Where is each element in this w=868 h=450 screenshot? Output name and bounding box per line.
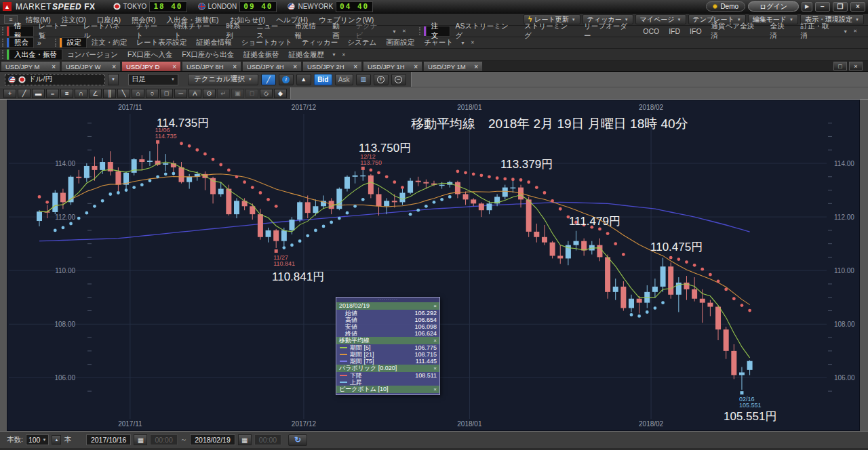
panel-section-close-icon[interactable]: ×: [433, 386, 437, 393]
multi-lines-tool[interactable]: ≡: [60, 89, 73, 98]
ribbon-item[interactable]: 証拠金履歴: [284, 49, 330, 60]
ribbon-item[interactable]: ティッカー: [297, 37, 342, 48]
gann-fan-tool[interactable]: ∠: [89, 89, 102, 98]
group-close-icon[interactable]: ✕: [339, 49, 349, 60]
close-button[interactable]: ×: [850, 2, 865, 12]
panel-section-header[interactable]: パラボリック [0.020]×: [336, 365, 439, 372]
tab-close-icon[interactable]: ×: [474, 64, 478, 70]
chart-tab-usd-jpy-1h[interactable]: USD/JPY 1H×: [363, 61, 422, 71]
chart-panel[interactable]: 114.00114.00112.00112.00110.00110.00108.…: [7, 100, 860, 431]
ribbon-item[interactable]: 通貨ペア全決済: [707, 26, 766, 37]
currency-pair-select[interactable]: ドル/円: [5, 74, 105, 85]
ruler-tool[interactable]: ▬: [32, 89, 45, 98]
tab-close-icon[interactable]: ×: [112, 64, 116, 70]
overflow-chevron-icon[interactable]: ▼: [389, 26, 399, 37]
calendar-to-button[interactable]: ▦: [238, 434, 252, 445]
horizontal-line-tool[interactable]: ─: [174, 89, 187, 98]
tab-close-icon[interactable]: ×: [293, 64, 297, 70]
zoom-in-button[interactable]: +: [374, 74, 389, 85]
tab-close-icon[interactable]: ×: [172, 64, 176, 70]
login-menu-button[interactable]: ▶: [802, 2, 812, 12]
ellipse-tool[interactable]: ○: [146, 89, 159, 98]
ribbon-item[interactable]: ショートカット: [237, 37, 297, 48]
date-to-field[interactable]: 2018/02/19: [190, 434, 235, 445]
ribbon-item[interactable]: OCO: [638, 26, 664, 37]
trendline-tool[interactable]: ╱: [18, 89, 31, 98]
technical-select-button[interactable]: テクニカル選択 ▼: [188, 74, 258, 85]
tab-close-icon[interactable]: ×: [353, 64, 357, 70]
reload-chart-button[interactable]: ↻: [288, 434, 307, 446]
panel-drag-handle[interactable]: ··········: [336, 298, 439, 302]
drag-handle-icon[interactable]: [2, 27, 5, 35]
collapsed-indicator[interactable]: »: [34, 37, 45, 48]
indicator-info-panel[interactable]: ··········2018/02/19×始値106.292高値106.654安…: [336, 297, 440, 395]
ribbon-item[interactable]: ASストリーミング: [450, 26, 519, 37]
ribbon-item[interactable]: 市況情報: [290, 26, 327, 37]
toolbar-button[interactable]: マイページ▼: [635, 14, 686, 24]
group-close-icon[interactable]: ✕: [468, 37, 477, 48]
chart-tab-usd-jpy-2h[interactable]: USD/JPY 2H×: [302, 61, 362, 71]
chart-tab-usd-jpy-m[interactable]: USD/JPY M×: [1, 61, 60, 71]
ribbon-item[interactable]: 訂正・取消: [795, 26, 840, 37]
zoom-out-button[interactable]: −: [391, 74, 406, 85]
drag-handle-icon[interactable]: [55, 39, 58, 47]
panel-section-header[interactable]: 移動平均線×: [336, 337, 439, 344]
group-close-icon[interactable]: ✕: [850, 26, 860, 37]
bid-toggle-button[interactable]: Bid: [314, 74, 332, 85]
ribbon-item[interactable]: レートパネル: [79, 26, 131, 37]
area-chart-button[interactable]: ▲: [296, 74, 311, 85]
ribbon-tab-order[interactable]: 注文: [426, 26, 451, 37]
overflow-chevron-icon[interactable]: ▼: [458, 37, 468, 48]
ask-toggle-button[interactable]: Ask: [335, 74, 353, 85]
minimize-button[interactable]: −: [815, 2, 830, 12]
tab-close-icon[interactable]: ×: [414, 64, 418, 70]
ribbon-item[interactable]: IFD: [664, 26, 685, 37]
ribbon-item[interactable]: ニュース: [252, 26, 290, 37]
time-marker-tool[interactable]: ⊙: [203, 89, 216, 98]
ribbon-tab-settings[interactable]: 設定: [62, 37, 87, 48]
chart-tab-usd-jpy-d[interactable]: USD/JPY D×: [121, 61, 181, 71]
ribbon-item[interactable]: 特殊チャート: [169, 26, 221, 37]
ribbon-item[interactable]: 全決済: [765, 26, 795, 37]
chart-tab-usd-jpy-w[interactable]: USD/JPY W×: [61, 61, 121, 71]
info-button[interactable]: i: [279, 74, 294, 85]
fan-arc-tool[interactable]: ∩: [75, 89, 87, 98]
ribbon-item[interactable]: 時系列: [221, 26, 252, 37]
overflow-chevron-icon[interactable]: ▼: [840, 26, 850, 37]
rectangle-tool[interactable]: □: [160, 89, 173, 98]
polygon-tool[interactable]: ⌂: [132, 89, 144, 98]
eraser-all-tool[interactable]: ◆: [274, 89, 287, 98]
drag-handle-icon[interactable]: [2, 39, 5, 47]
ribbon-item[interactable]: 画面設定: [381, 37, 419, 48]
restore-button[interactable]: ❐: [833, 2, 848, 12]
login-button[interactable]: ログイン: [748, 1, 799, 12]
tab-close-icon[interactable]: ×: [52, 64, 56, 70]
period-select[interactable]: 日足 ▼: [128, 74, 178, 85]
ribbon-item[interactable]: 注文・約定: [87, 37, 132, 48]
ribbon-item[interactable]: レート表示設定: [132, 37, 191, 48]
count-select[interactable]: 100 ▼: [26, 434, 49, 445]
draw-mode-button[interactable]: ╱: [261, 74, 276, 85]
eraser-tool[interactable]: ◇: [260, 89, 273, 98]
ribbon-item[interactable]: コンバージョン: [62, 49, 123, 60]
ribbon-item[interactable]: 動画: [328, 26, 351, 37]
chart-tab-usd-jpy-8h[interactable]: USD/JPY 8H×: [182, 61, 241, 71]
count-up-button[interactable]: ▲: [52, 435, 61, 445]
ribbon-item[interactable]: システム: [342, 37, 381, 48]
drag-handle-icon[interactable]: [2, 50, 5, 59]
ribbon-item[interactable]: FX口座から出金: [177, 49, 239, 60]
panel-section-close-icon[interactable]: ×: [433, 337, 437, 344]
time-zones-tool[interactable]: ║: [103, 89, 116, 98]
ribbon-item[interactable]: FX口座へ入金: [123, 49, 177, 60]
panel-section-close-icon[interactable]: ×: [433, 365, 437, 372]
chart-tab-usd-jpy-4h[interactable]: USD/JPY 4H×: [242, 61, 302, 71]
text-tool[interactable]: A: [189, 89, 201, 98]
ribbon-tab-info[interactable]: 情報: [9, 26, 34, 37]
ribbon-item[interactable]: ストリーミング: [519, 26, 579, 37]
calendar-from-button[interactable]: ▦: [134, 434, 147, 445]
ribbon-item[interactable]: IFO: [685, 26, 707, 37]
ribbon-item[interactable]: チャート: [419, 37, 458, 48]
chart-type-button[interactable]: ▥: [356, 74, 371, 85]
ribbon-item[interactable]: 証拠金振替: [239, 49, 284, 60]
ribbon-item[interactable]: 証拠金情報: [191, 37, 237, 48]
